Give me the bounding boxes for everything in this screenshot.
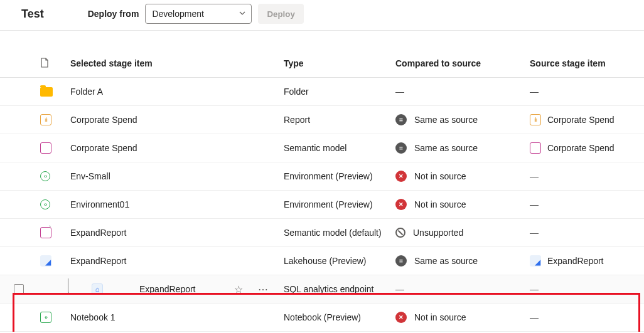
row-checkbox[interactable] — [14, 284, 24, 294]
item-type: Environment (Preview) — [284, 199, 395, 209]
doc-icon — [40, 58, 49, 70]
sqlep-icon — [92, 283, 103, 295]
compare-label: Same as source — [414, 143, 478, 153]
item-type: Environment (Preview) — [284, 171, 395, 181]
item-name: ExpandReport — [139, 284, 196, 294]
item-name: Environment01 — [70, 199, 129, 209]
source-name: Corporate Spend — [547, 115, 614, 125]
table-header: Selected stage item Type Compared to sou… — [0, 50, 644, 78]
compare-label: Same as source — [414, 256, 478, 266]
source-name: — — [530, 284, 539, 294]
table-row[interactable]: ExpandReportLakehouse (Preview)Same as s… — [0, 247, 644, 275]
deploy-from-label: Deploy from — [88, 9, 139, 19]
source-name: — — [530, 171, 539, 181]
col-header-compare[interactable]: Compared to source — [395, 58, 530, 68]
source-name: Corporate Spend — [547, 143, 614, 153]
table-row[interactable]: Environment01Environment (Preview)Not in… — [0, 191, 644, 219]
col-header-name[interactable]: Selected stage item — [70, 58, 284, 68]
source-name: — — [530, 199, 539, 209]
source-stage-dropdown[interactable]: Development — [145, 4, 252, 24]
item-name: Corporate Spend — [70, 115, 137, 125]
col-header-source[interactable]: Source stage item — [530, 58, 644, 68]
item-type: Semantic model — [284, 143, 395, 153]
table-row[interactable]: ExpandReport☆⋯SQL analytics endpoint—— — [0, 275, 644, 304]
item-name: ExpandReport — [70, 256, 127, 266]
item-type: SQL analytics endpoint — [284, 284, 395, 294]
table-row[interactable]: Env-SmallEnvironment (Preview)Not in sou… — [0, 162, 644, 191]
table-row[interactable]: Notebook 1Notebook (Preview)Not in sourc… — [0, 304, 644, 332]
compare-label: Not in source — [414, 199, 466, 209]
compare-dash: — — [395, 284, 404, 294]
item-type: Report — [284, 115, 395, 125]
compare-badge-notin — [395, 171, 407, 182]
col-header-type[interactable]: Type — [284, 58, 395, 68]
more-actions-icon[interactable]: ⋯ — [258, 283, 269, 295]
compare-badge-same — [395, 114, 407, 125]
favorite-star-icon[interactable]: ☆ — [234, 283, 243, 295]
compare-badge-notin — [395, 312, 407, 323]
table-row[interactable]: Corporate SpendSemantic modelSame as sou… — [0, 134, 644, 162]
env-icon — [40, 199, 50, 209]
table-row[interactable]: Corporate SpendReportSame as sourceCorpo… — [0, 106, 644, 134]
lh-icon — [40, 255, 51, 267]
compare-badge-same — [395, 142, 407, 154]
folder-icon — [40, 87, 53, 97]
compare-label: Same as source — [414, 115, 478, 125]
table-row[interactable]: Folder AFolder—— — [0, 78, 644, 106]
source-name: — — [530, 312, 539, 322]
report-icon — [530, 114, 541, 125]
compare-label: Not in source — [414, 171, 466, 181]
lh-icon — [530, 255, 541, 267]
item-name: Env-Small — [70, 171, 110, 181]
compare-label: Unsupported — [413, 228, 463, 238]
item-type: Folder — [284, 87, 395, 97]
model-icon — [40, 142, 51, 154]
chevron-down-icon — [239, 9, 246, 19]
item-type: Semantic model (default) — [284, 228, 395, 238]
compare-badge-unsupported — [395, 228, 405, 238]
source-name: ExpandReport — [547, 256, 604, 266]
dropdown-value: Development — [152, 9, 204, 19]
compare-badge-same — [395, 255, 407, 267]
tree-elbow-icon — [68, 278, 82, 295]
stage-title: Test — [21, 8, 44, 21]
table-row[interactable]: ›ExpandReportSemantic model (default)Uns… — [0, 219, 644, 247]
source-name: — — [530, 228, 539, 238]
compare-label: Not in source — [414, 312, 466, 322]
report-icon — [40, 114, 51, 125]
item-name: ExpandReport — [70, 228, 127, 238]
deploy-button[interactable]: Deploy — [258, 4, 303, 24]
compare-dash: — — [395, 87, 404, 97]
item-name: Notebook 1 — [70, 312, 115, 322]
source-name: — — [530, 87, 539, 97]
compare-badge-notin — [395, 199, 407, 210]
model-icon — [530, 142, 541, 154]
nb-icon — [40, 312, 51, 323]
item-name: Corporate Spend — [70, 143, 137, 153]
item-type: Lakehouse (Preview) — [284, 256, 395, 266]
item-type: Notebook (Preview) — [284, 312, 395, 322]
env-icon — [40, 171, 50, 181]
item-name: Folder A — [70, 87, 103, 97]
